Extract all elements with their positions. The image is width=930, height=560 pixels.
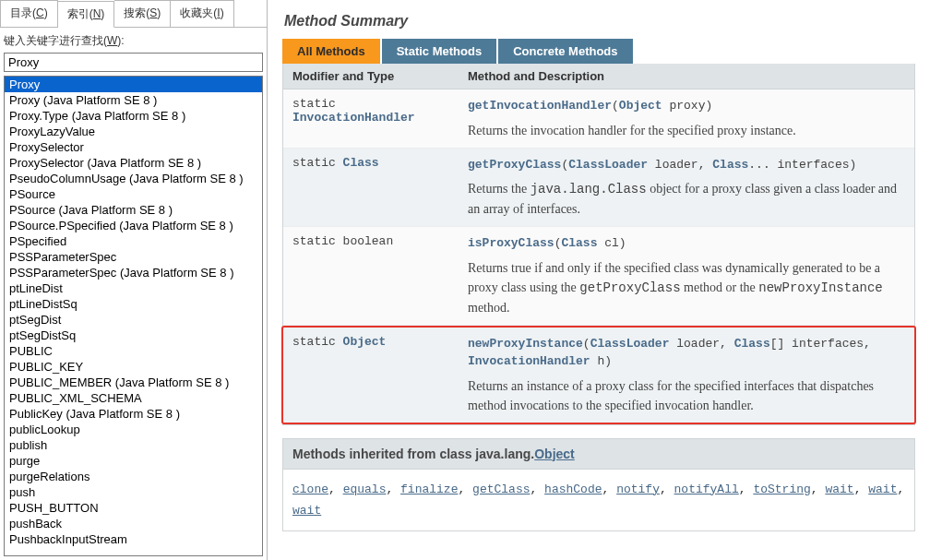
list-item[interactable]: PSSParameterSpec — [5, 249, 262, 265]
inherited-method-link[interactable]: clone — [292, 483, 328, 496]
method-name-link[interactable]: newProxyInstance — [468, 337, 583, 351]
list-item[interactable]: PUBLIC_XML_SCHEMA — [5, 390, 262, 406]
inherited-method-link[interactable]: wait — [292, 504, 321, 518]
inherited-methods-list: clone, equals, finalize, getClass, hashC… — [283, 470, 914, 531]
list-item[interactable]: push — [5, 484, 262, 500]
list-item[interactable]: Proxy.Type (Java Platform SE 8 ) — [5, 108, 262, 124]
sidebar: 目录(C)索引(N)搜索(S)收藏夹(I) 键入关键字进行查找(W): Prox… — [0, 0, 268, 560]
method-table-header: Modifier and Type Method and Description — [283, 64, 914, 89]
list-item[interactable]: PSource (Java Platform SE 8 ) — [5, 202, 262, 218]
tab-c[interactable]: 目录(C) — [0, 0, 58, 27]
method-name-link[interactable]: getProxyClass — [468, 158, 561, 172]
type-link[interactable]: Class — [343, 156, 379, 170]
list-item[interactable]: publicLookup — [5, 422, 262, 437]
list-item[interactable]: purge — [5, 453, 262, 469]
inherited-class-link[interactable]: Object — [534, 447, 575, 461]
tab-i[interactable]: 收藏夹(I) — [171, 0, 233, 27]
list-item[interactable]: PUBLIC_KEY — [5, 359, 262, 375]
list-item[interactable]: PUBLIC_MEMBER (Java Platform SE 8 ) — [5, 375, 262, 390]
type-link[interactable]: Class — [734, 337, 770, 351]
inherited-method-link[interactable]: finalize — [400, 483, 458, 496]
type-link[interactable]: Object — [619, 99, 662, 113]
list-item[interactable]: ProxySelector — [5, 139, 262, 155]
method-row: static ObjectnewProxyInstance(ClassLoade… — [281, 326, 916, 424]
modifier-cell: static Class — [283, 156, 459, 220]
list-item[interactable]: PublicKey (Java Platform SE 8 ) — [5, 406, 262, 422]
modifier-cell: static Object — [283, 335, 459, 415]
inherited-method-link[interactable]: wait — [825, 483, 853, 496]
method-cell: getProxyClass(ClassLoader loader, Class.… — [459, 156, 914, 220]
inherited-method-link[interactable]: wait — [868, 483, 897, 496]
type-link[interactable]: Class — [561, 236, 597, 250]
list-item[interactable]: ptLineDistSq — [5, 296, 262, 312]
method-description: Returns the java.lang.Class object for a… — [468, 173, 905, 219]
tab-n[interactable]: 索引(N) — [58, 1, 115, 28]
tab-s[interactable]: 搜索(S) — [114, 0, 171, 27]
search-label: 键入关键字进行查找(W): — [0, 28, 267, 53]
method-table: Modifier and Type Method and Description… — [282, 64, 915, 425]
list-item[interactable]: PSpecified — [5, 233, 262, 249]
section-title: Method Summary — [282, 9, 915, 39]
type-link[interactable]: ClassLoader — [568, 158, 648, 172]
list-item[interactable]: PUSH_BUTTON — [5, 500, 262, 516]
list-item[interactable]: ProxySelector (Java Platform SE 8 ) — [5, 155, 262, 171]
list-item[interactable]: PSource — [5, 186, 262, 202]
list-item[interactable]: Proxy (Java Platform SE 8 ) — [5, 92, 262, 108]
list-item[interactable]: pushBack — [5, 516, 262, 531]
list-item[interactable]: PseudoColumnUsage (Java Platform SE 8 ) — [5, 171, 262, 186]
modifier-cell: static boolean — [283, 234, 459, 317]
method-row: static booleanisProxyClass(Class cl)Retu… — [283, 227, 914, 326]
list-item[interactable]: ptLineDist — [5, 280, 262, 296]
list-item[interactable]: publish — [5, 437, 262, 453]
method-row: static InvocationHandlergetInvocationHan… — [283, 89, 914, 149]
method-tabs: All MethodsStatic MethodsConcrete Method… — [282, 39, 915, 64]
list-item[interactable]: PushbackInputStream — [5, 531, 262, 547]
list-item[interactable]: ProxyLazyValue — [5, 124, 262, 139]
method-description: Returns an instance of a proxy class for… — [468, 371, 905, 415]
inherited-header: Methods inherited from class java.lang.O… — [283, 439, 914, 470]
list-item[interactable]: PUBLIC — [5, 343, 262, 359]
method-row: static ClassgetProxyClass(ClassLoader lo… — [283, 149, 914, 228]
modifier-cell: static InvocationHandler — [283, 97, 459, 140]
col-header-modifier: Modifier and Type — [283, 64, 459, 89]
method-name-link[interactable]: isProxyClass — [468, 236, 554, 250]
method-name-link[interactable]: getInvocationHandler — [468, 99, 612, 113]
type-link[interactable]: InvocationHandler — [468, 354, 590, 368]
inherited-methods-box: Methods inherited from class java.lang.O… — [282, 438, 915, 532]
method-tab[interactable]: All Methods — [282, 39, 380, 64]
method-cell: isProxyClass(Class cl)Returns true if an… — [459, 234, 914, 317]
index-list[interactable]: ProxyProxy (Java Platform SE 8 )Proxy.Ty… — [4, 76, 263, 556]
list-item[interactable]: PSSParameterSpec (Java Platform SE 8 ) — [5, 265, 262, 280]
method-cell: getInvocationHandler(Object proxy)Return… — [459, 97, 914, 140]
list-item[interactable]: ptSegDist — [5, 312, 262, 328]
inherited-method-link[interactable]: hashCode — [544, 483, 602, 496]
search-input[interactable] — [4, 53, 263, 72]
inherited-method-link[interactable]: notifyAll — [674, 483, 739, 496]
col-header-method: Method and Description — [459, 64, 914, 89]
list-item[interactable]: Proxy — [5, 77, 262, 92]
list-item[interactable]: PSource.PSpecified (Java Platform SE 8 ) — [5, 218, 262, 233]
method-description: Returns the invocation handler for the s… — [468, 115, 905, 140]
inherited-method-link[interactable]: getClass — [472, 483, 530, 496]
type-link[interactable]: ClassLoader — [590, 337, 670, 351]
method-cell: newProxyInstance(ClassLoader loader, Cla… — [459, 335, 914, 415]
method-tab[interactable]: Static Methods — [382, 39, 496, 64]
sidebar-tabs: 目录(C)索引(N)搜索(S)收藏夹(I) — [0, 0, 267, 28]
type-link[interactable]: Object — [343, 335, 387, 349]
main-content: Method Summary All MethodsStatic Methods… — [268, 0, 930, 560]
inherited-method-link[interactable]: notify — [616, 483, 660, 496]
list-item[interactable]: ptSegDistSq — [5, 328, 262, 343]
method-description: Returns true if and only if the specifie… — [468, 253, 905, 317]
type-link[interactable]: InvocationHandler — [292, 111, 415, 125]
method-tab[interactable]: Concrete Methods — [498, 39, 632, 64]
inherited-method-link[interactable]: equals — [343, 483, 387, 496]
inherited-method-link[interactable]: toString — [753, 483, 810, 496]
type-link[interactable]: Class — [712, 158, 748, 172]
list-item[interactable]: purgeRelations — [5, 469, 262, 484]
